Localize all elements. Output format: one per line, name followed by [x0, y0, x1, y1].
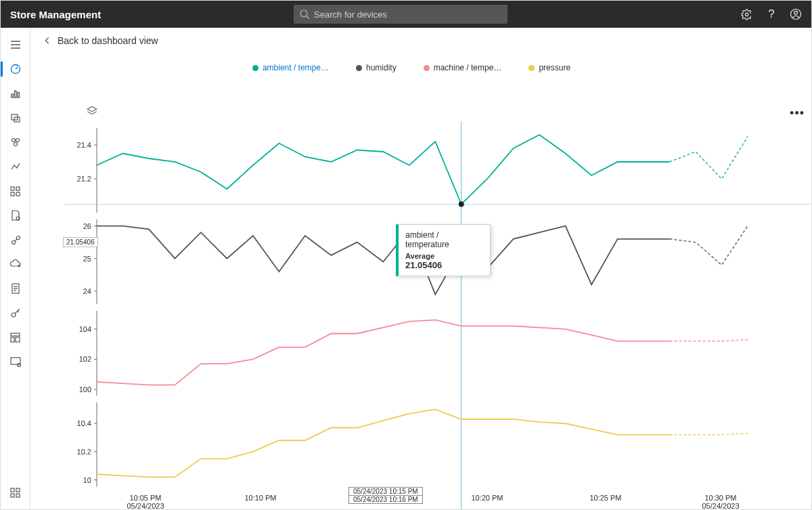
nav-doc-icon[interactable]: [1, 277, 30, 300]
back-label: Back to dashboard view: [58, 35, 158, 46]
svg-point-33: [17, 363, 20, 366]
nav-dashboard-icon[interactable]: [1, 58, 30, 81]
hover-tooltip: ambient / temperature Average 21.05406: [396, 224, 491, 276]
nav-devices-icon[interactable]: [1, 106, 30, 129]
legend-pressure[interactable]: pressure: [528, 63, 570, 72]
nav-apps-icon[interactable]: [1, 481, 30, 504]
tooltip-value: 21.05406: [405, 260, 483, 270]
svg-rect-29: [11, 333, 20, 336]
legend-machine[interactable]: machine / tempe…: [424, 63, 502, 72]
x-hover-tag: 05/24/2023 10:15 PM 05/24/2023 10:16 PM: [348, 487, 423, 504]
tooltip-label: Average: [405, 252, 483, 260]
svg-rect-11: [18, 93, 20, 98]
svg-point-46: [459, 202, 464, 207]
content-area: Back to dashboard view ambient / tempe… …: [30, 28, 811, 509]
svg-point-4: [794, 11, 798, 14]
nav-hamburger[interactable]: [1, 33, 30, 56]
nav-cloud-icon[interactable]: [1, 253, 30, 276]
svg-text:10:05 PM: 10:05 PM: [129, 494, 161, 502]
svg-rect-35: [16, 488, 20, 492]
svg-text:102: 102: [79, 355, 91, 363]
more-button[interactable]: •••: [790, 106, 805, 121]
layers-icon[interactable]: [86, 105, 98, 119]
svg-text:10.4: 10.4: [77, 419, 91, 427]
svg-rect-18: [16, 187, 20, 190]
svg-text:10:10 PM: 10:10 PM: [244, 494, 276, 502]
svg-text:10.2: 10.2: [77, 448, 91, 456]
svg-text:10:30 PM: 10:30 PM: [704, 494, 736, 502]
svg-text:104: 104: [79, 325, 91, 333]
svg-point-22: [12, 241, 15, 245]
left-nav: [1, 28, 30, 509]
y-hover-tag: 21.05406: [63, 237, 98, 247]
svg-text:10:20 PM: 10:20 PM: [471, 494, 503, 502]
svg-point-0: [300, 10, 307, 17]
nav-key-icon[interactable]: [1, 301, 30, 324]
svg-point-16: [14, 143, 17, 146]
svg-rect-9: [12, 94, 14, 98]
search-wrap: [294, 5, 508, 24]
nav-analytics-icon[interactable]: [1, 155, 30, 178]
svg-line-1: [307, 16, 309, 19]
svg-rect-36: [11, 494, 14, 497]
chart-plot[interactable]: 21.221.42425261001021041010.210.410:05 P…: [64, 121, 811, 509]
nav-file-icon[interactable]: [1, 204, 30, 227]
chart-area: ambient / tempe… humidity machine / temp…: [30, 54, 811, 509]
account-icon[interactable]: [790, 8, 802, 20]
svg-text:05/24/2023: 05/24/2023: [127, 502, 164, 509]
svg-rect-20: [16, 192, 20, 196]
nav-template-icon[interactable]: [1, 326, 30, 349]
svg-marker-38: [87, 106, 97, 112]
help-icon[interactable]: ?: [765, 8, 777, 20]
settings-icon[interactable]: [741, 8, 753, 20]
svg-point-28: [12, 313, 16, 317]
search-icon: [299, 9, 310, 20]
tooltip-title: ambient / temperature: [405, 230, 483, 249]
svg-rect-10: [14, 91, 16, 98]
svg-text:24: 24: [83, 287, 91, 295]
nav-device-groups-icon[interactable]: [1, 131, 30, 154]
svg-point-2: [746, 13, 748, 16]
svg-text:10:25 PM: 10:25 PM: [589, 494, 621, 502]
svg-text:05/24/2023: 05/24/2023: [702, 502, 739, 509]
back-link[interactable]: Back to dashboard view: [43, 35, 158, 46]
top-bar: Store Management ?: [1, 1, 811, 28]
legend: ambient / tempe… humidity machine / temp…: [30, 54, 792, 77]
chevron-left-icon: [43, 36, 52, 45]
svg-text:26: 26: [83, 222, 91, 230]
svg-point-14: [12, 139, 15, 142]
search-input[interactable]: [294, 5, 508, 24]
svg-point-15: [16, 139, 19, 142]
nav-chart-icon[interactable]: [1, 82, 30, 105]
svg-rect-19: [11, 192, 14, 196]
svg-text:21.4: 21.4: [77, 141, 91, 149]
app-title: Store Management: [10, 9, 101, 20]
svg-point-23: [16, 236, 20, 240]
svg-rect-17: [11, 187, 14, 190]
legend-ambient[interactable]: ambient / tempe…: [252, 63, 329, 72]
svg-text:21.2: 21.2: [77, 175, 91, 183]
legend-humidity[interactable]: humidity: [356, 63, 397, 72]
svg-rect-34: [11, 488, 14, 492]
nav-monitor-icon[interactable]: [1, 350, 30, 373]
x-hover-top: 05/24/2023 10:15 PM: [349, 488, 422, 496]
nav-jobs-icon[interactable]: [1, 228, 30, 251]
svg-text:10: 10: [83, 476, 91, 484]
svg-text:25: 25: [83, 255, 91, 263]
svg-text:100: 100: [79, 385, 91, 394]
svg-rect-31: [16, 337, 20, 342]
svg-rect-30: [11, 337, 14, 342]
x-hover-bottom: 05/24/2023 10:16 PM: [349, 496, 422, 503]
nav-grid-icon[interactable]: [1, 179, 30, 203]
svg-rect-37: [16, 494, 20, 497]
